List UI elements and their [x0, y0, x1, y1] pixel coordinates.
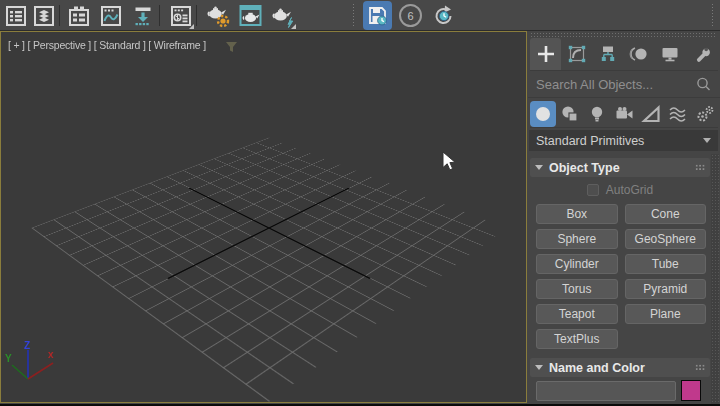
shapes-icon	[559, 103, 581, 125]
name-color-rollout-header[interactable]: Name and Color	[530, 358, 710, 377]
rollout-collapse-icon	[535, 165, 543, 170]
scene-explorer-button[interactable]	[2, 2, 29, 29]
systems-gears-icon	[694, 103, 716, 125]
search-icon	[695, 76, 712, 93]
hierarchy-icon	[597, 43, 619, 65]
grid-axis-dark-line	[167, 188, 349, 279]
world-axis-tripod: Z Y x	[1, 338, 65, 402]
layer-explorer-icon	[32, 4, 56, 28]
teapot-button[interactable]: Teapot	[536, 304, 618, 324]
rollout-title: Name and Color	[549, 361, 645, 375]
perspective-viewport[interactable]: [ + ] [ Perspective ] [ Standard ] [ Wir…	[0, 31, 527, 403]
viewport-label[interactable]: [ + ] [ Perspective ] [ Standard ] [ Wir…	[8, 39, 206, 51]
dropdown-value: Standard Primitives	[536, 134, 644, 148]
panel-scroll-gutter[interactable]	[711, 154, 719, 404]
sphere-button[interactable]: Sphere	[536, 229, 618, 249]
helpers-triangle-icon	[640, 103, 662, 125]
pyramid-button[interactable]: Pyramid	[625, 279, 707, 299]
toolbar-separator	[159, 5, 160, 26]
tab-create[interactable]	[530, 38, 561, 70]
grid-plane	[31, 138, 506, 402]
autobackup-count-value: 6	[407, 10, 413, 22]
cameras-icon	[613, 103, 635, 125]
scene-explorer-icon	[4, 4, 28, 28]
main-toolbar: 6	[0, 0, 720, 31]
category-cameras[interactable]	[611, 101, 637, 127]
autobackup-restore-button[interactable]	[430, 2, 457, 29]
per-view-filter-icon[interactable]	[225, 41, 238, 53]
primitive-category-dropdown[interactable]: Standard Primitives	[529, 130, 718, 151]
3dsmax-window: 6 [ + ] [ Perspective ] [ Standard ] [ W…	[0, 0, 720, 406]
tab-hierarchy[interactable]	[592, 38, 623, 70]
render-production-button[interactable]	[269, 2, 296, 29]
space-warps-waves-icon	[667, 103, 689, 125]
object-search[interactable]: Search All Objects...	[528, 72, 720, 98]
object-type-rollout-header[interactable]: Object Type	[530, 158, 710, 177]
display-icon	[659, 43, 681, 65]
autogrid-label: AutoGrid	[606, 183, 653, 197]
command-panel-tabs	[530, 38, 718, 71]
tab-motion[interactable]	[623, 38, 654, 70]
autobackup-count-badge: 6	[399, 4, 422, 27]
tab-utilities[interactable]	[685, 38, 716, 70]
rollout-grip[interactable]	[695, 164, 705, 171]
tab-display[interactable]	[654, 38, 685, 70]
panel-drag-handle[interactable]	[530, 32, 716, 37]
textplus-button[interactable]: TextPlus	[536, 329, 618, 349]
autobackup-toggle-button[interactable]	[363, 1, 392, 30]
toggle-ribbon-icon	[67, 4, 91, 28]
autobackup-floppy-icon	[366, 4, 389, 27]
flyout-corner	[291, 24, 296, 29]
axis-x-label: x	[48, 349, 54, 360]
create-categories	[530, 100, 718, 128]
curve-editor-icon	[99, 4, 123, 28]
flyout-corner	[189, 24, 194, 29]
toolbar-separator	[59, 5, 60, 26]
axis-y-label: Y	[5, 353, 12, 364]
category-helpers[interactable]	[638, 101, 664, 127]
toolbar-separator	[196, 5, 197, 26]
category-space-warps[interactable]	[665, 101, 691, 127]
object-type-buttons: Box Cone Sphere GeoSphere Cylinder Tube …	[536, 204, 706, 349]
modify-icon	[566, 43, 588, 65]
object-name-field[interactable]	[536, 381, 676, 401]
rendered-frame-window-button[interactable]	[237, 2, 264, 29]
motion-icon	[628, 43, 650, 65]
box-button[interactable]: Box	[536, 204, 618, 224]
render-setup-icon	[205, 3, 231, 29]
schematic-view-icon	[131, 4, 155, 28]
tube-button[interactable]: Tube	[625, 254, 707, 274]
autogrid-row: AutoGrid	[530, 181, 710, 199]
geometry-sphere-icon	[532, 103, 554, 125]
category-lights[interactable]	[584, 101, 610, 127]
toggle-ribbon-button[interactable]	[65, 2, 92, 29]
search-placeholder: Search All Objects...	[536, 77, 695, 92]
utilities-wrench-icon	[690, 43, 712, 65]
rollout-grip[interactable]	[695, 364, 705, 371]
autogrid-checkbox[interactable]	[587, 184, 599, 196]
render-setup-button[interactable]	[204, 2, 231, 29]
torus-button[interactable]: Torus	[536, 279, 618, 299]
tab-modify[interactable]	[561, 38, 592, 70]
rollout-collapse-icon	[535, 365, 543, 370]
category-shapes[interactable]	[557, 101, 583, 127]
lights-bulb-icon	[586, 103, 608, 125]
axis-z-label: Z	[24, 340, 30, 351]
geosphere-button[interactable]: GeoSphere	[625, 229, 707, 249]
cylinder-button[interactable]: Cylinder	[536, 254, 618, 274]
schematic-view-button[interactable]	[129, 2, 156, 29]
category-systems[interactable]	[692, 101, 718, 127]
autobackup-restore-icon	[431, 3, 457, 29]
home-grid	[0, 31, 527, 403]
material-editor-button[interactable]	[167, 2, 194, 29]
toolbar-drag-handle[interactable]	[711, 3, 715, 28]
layer-explorer-button[interactable]	[30, 2, 57, 29]
toolbar-drag-handle[interactable]	[352, 3, 356, 28]
category-geometry[interactable]	[530, 101, 556, 127]
create-plus-icon	[535, 43, 557, 65]
grid-axis-dark-line	[189, 188, 371, 279]
object-color-swatch[interactable]	[681, 380, 701, 401]
curve-editor-button[interactable]	[97, 2, 124, 29]
cone-button[interactable]: Cone	[625, 204, 707, 224]
plane-button[interactable]: Plane	[625, 304, 707, 324]
